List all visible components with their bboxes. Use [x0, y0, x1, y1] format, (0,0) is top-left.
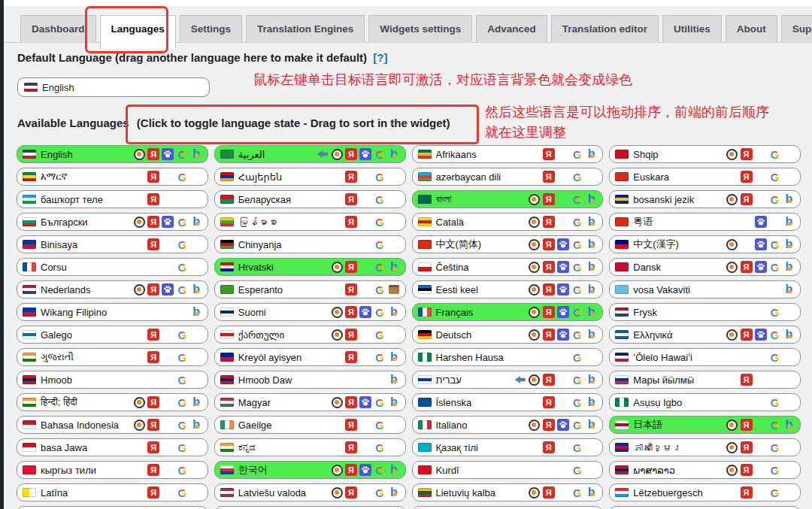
language-label: ʻŌlelo Hawaiʻi: [633, 352, 725, 363]
language-item[interactable]: Мары йӹлмӹЯ: [609, 371, 801, 389]
language-item[interactable]: ພາສາລາວЯG: [609, 461, 801, 479]
language-item[interactable]: မြန်မာစာЯG: [214, 213, 406, 231]
flag-icon: [615, 488, 629, 497]
language-item[interactable]: Қазақ тіліЯG: [412, 438, 604, 456]
language-item[interactable]: 日本語ЯGb: [609, 416, 801, 434]
tab-translation-engines[interactable]: Translation Engines: [246, 15, 365, 43]
language-item[interactable]: ՀայերենЯG: [214, 168, 406, 186]
language-item[interactable]: Kreyòl ayisyenЯGb: [214, 348, 406, 366]
language-item[interactable]: HrvatskiЯGb: [214, 258, 406, 276]
tab-translation-editor[interactable]: Translation editor: [551, 15, 659, 43]
language-item[interactable]: MagyarЯGb: [214, 393, 406, 411]
tab-languages[interactable]: Languages: [100, 15, 176, 49]
language-item[interactable]: KurdîG: [412, 461, 604, 479]
yandex-icon: Я: [543, 419, 555, 431]
bing-icon: b: [192, 283, 200, 295]
language-item[interactable]: FryskG: [609, 303, 801, 321]
language-item[interactable]: ČeštinaЯGb: [412, 258, 604, 276]
language-item[interactable]: NederlandsЯGb: [17, 280, 208, 298]
language-item[interactable]: EsperantoЯG: [214, 280, 406, 298]
engine-circle-icon: [332, 262, 343, 273]
flag-icon: [615, 240, 629, 249]
language-item[interactable]: basa JawaЯG: [17, 438, 208, 456]
language-item-partial[interactable]: [412, 506, 604, 509]
language-item[interactable]: ქართულიЯG: [214, 326, 406, 344]
engine-icons: ЯGb: [527, 260, 598, 274]
language-item[interactable]: CorsuG: [17, 258, 208, 276]
engine-icons: G: [527, 463, 598, 477]
language-item[interactable]: 中文(漢字)Gb: [609, 235, 801, 253]
baidu-paw-icon: [359, 464, 371, 476]
language-item[interactable]: AfrikaansЯGb: [412, 145, 604, 163]
language-item[interactable]: Asụsụ IgboG: [609, 393, 801, 411]
language-item[interactable]: Wikang Filipinob: [17, 303, 208, 321]
language-item[interactable]: FrançaisЯGb: [412, 303, 604, 321]
language-item[interactable]: 한국어ЯGb: [214, 461, 406, 479]
tab-support[interactable]: Support: [781, 15, 812, 43]
engine-icons: ЯGb: [725, 192, 796, 206]
language-item[interactable]: 粤语b: [609, 213, 801, 231]
language-item[interactable]: Eesti keelЯGb: [412, 280, 604, 298]
flag-icon: [220, 262, 234, 271]
language-item[interactable]: LatīnaЯG: [17, 483, 208, 501]
language-item[interactable]: HmoobG: [17, 371, 208, 389]
language-item[interactable]: DeutschЯGb: [412, 326, 604, 344]
tab-dashboard[interactable]: Dashboard: [20, 15, 96, 43]
language-item[interactable]: DanskЯGb: [609, 258, 801, 276]
tab-about[interactable]: About: [726, 15, 777, 43]
language-item[interactable]: GaeilgeЯG: [214, 416, 406, 434]
language-item-partial[interactable]: [609, 506, 801, 509]
language-item[interactable]: ÍslenskaЯGb: [412, 393, 604, 411]
language-item[interactable]: বাংলাЯGb: [412, 190, 604, 208]
language-item[interactable]: ShqipЯG: [609, 145, 801, 163]
language-item[interactable]: EuskaraЯG: [609, 168, 801, 186]
language-item[interactable]: azərbaycan diliЯG: [412, 168, 604, 186]
language-label: 日本語: [633, 418, 725, 432]
language-item[interactable]: ગુજરાતીЯG: [17, 348, 208, 366]
tab-advanced[interactable]: Advanced: [476, 15, 547, 43]
language-item[interactable]: vosa Vakavitib: [609, 280, 801, 298]
language-item[interactable]: हिन्दी; हिंदीЯGb: [17, 393, 208, 411]
language-item[interactable]: БългарскиЯGb: [17, 213, 208, 231]
language-item[interactable]: ಕನ್ನಡЯG: [214, 438, 406, 456]
language-item[interactable]: العربيةЯGb: [214, 145, 406, 163]
language-label: Dansk: [633, 262, 725, 273]
language-item[interactable]: БеларускаяЯG: [214, 190, 406, 208]
language-item[interactable]: አማርኛЯG: [17, 168, 208, 186]
language-item[interactable]: ʻŌlelo HawaiʻiG: [609, 348, 801, 366]
language-item[interactable]: ភាសាខ្មែរЯG: [609, 438, 801, 456]
language-item[interactable]: ItalianoЯGb: [412, 416, 604, 434]
bing-icon: b: [390, 486, 398, 498]
language-item[interactable]: EnglishЯGb: [17, 145, 208, 163]
language-item[interactable]: 中文(简体)ЯGb: [412, 235, 604, 253]
language-item[interactable]: bosanski jezikЯGb: [609, 190, 801, 208]
language-item[interactable]: башҡорт телеЯ: [17, 190, 208, 208]
tab-settings[interactable]: Settings: [180, 15, 242, 43]
engine-icons: ЯG: [132, 350, 204, 364]
language-item[interactable]: Harshen HausaG: [412, 348, 604, 366]
language-item[interactable]: SuomiЯGb: [214, 303, 406, 321]
language-item[interactable]: ΕλληνικάЯGb: [609, 326, 801, 344]
language-item-partial[interactable]: [214, 506, 406, 509]
google-icon: G: [771, 239, 780, 250]
language-item[interactable]: Lietuvių kalbaЯGb: [412, 483, 604, 501]
language-item[interactable]: Latviešu valodaЯGb: [214, 483, 406, 501]
google-icon: G: [771, 307, 780, 318]
language-item-partial[interactable]: [17, 506, 208, 509]
language-item[interactable]: ChinyanjaG: [214, 235, 406, 253]
default-language-box[interactable]: English: [17, 77, 210, 97]
language-item[interactable]: Bahasa IndonesiaЯGb: [17, 416, 208, 434]
language-item[interactable]: GalegoЯG: [17, 326, 208, 344]
language-item[interactable]: CatalàЯGb: [412, 213, 604, 231]
language-item[interactable]: Hmoob Dawb: [214, 371, 406, 389]
language-label: English: [41, 149, 132, 160]
language-item[interactable]: BinisayaЯG: [17, 235, 208, 253]
tab-utilities[interactable]: Utilities: [662, 15, 722, 43]
language-item[interactable]: עבריתЯGb: [412, 371, 604, 389]
language-label: አማርኛ: [41, 171, 132, 183]
help-link[interactable]: [?]: [373, 51, 387, 64]
language-item[interactable]: кыргыз тилиЯG: [17, 461, 208, 479]
flag-icon: [615, 330, 629, 339]
language-item[interactable]: LëtzebuergeschЯG: [609, 483, 801, 501]
tab-widgets-settings[interactable]: Widgets settings: [368, 15, 472, 43]
